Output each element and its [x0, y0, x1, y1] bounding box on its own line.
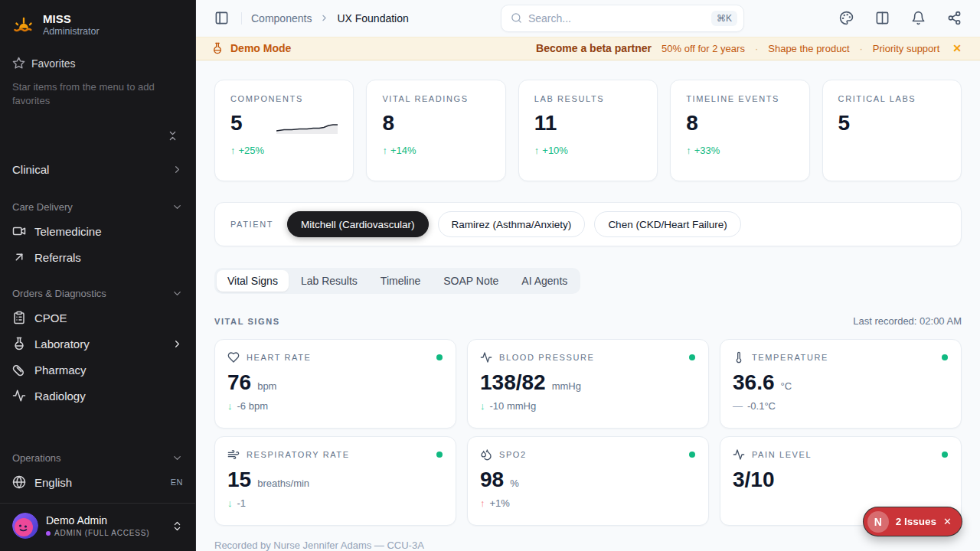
vital-unit: mmHg — [552, 380, 581, 392]
status-dot — [436, 452, 443, 458]
share-button[interactable] — [944, 8, 965, 28]
main-content: COMPONENTS 5 ↑ +25% VITAL READINGS — [196, 60, 980, 551]
status-dot — [436, 354, 443, 360]
sparkline-chart — [276, 120, 338, 134]
pill-icon — [12, 363, 26, 377]
issues-count: 2 Issues — [896, 516, 936, 527]
status-dot — [942, 354, 948, 360]
star-icon — [12, 57, 25, 70]
patient-pill-mitchell[interactable]: Mitchell (Cardiovascular) — [287, 211, 429, 237]
stat-card-lab-results: LAB RESULTS 11 ↑ +10% — [518, 80, 658, 181]
status-dot — [689, 354, 695, 360]
notifications-bell-button[interactable] — [908, 8, 929, 28]
sidebar-item-referrals[interactable]: Referrals — [0, 244, 195, 270]
chevron-down-icon — [172, 452, 183, 464]
tab-lab-results[interactable]: Lab Results — [290, 270, 368, 292]
vital-card-heart-rate: HEART RATE 76 bpm ↓ -6 bpm — [214, 339, 456, 429]
user-menu[interactable]: Demo Admin ADMIN (FULL ACCESS) — [0, 504, 195, 551]
trend-down-icon: ↓ — [227, 400, 233, 412]
arrow-up-right-icon — [12, 250, 26, 264]
sidebar-item-cpoe[interactable]: CPOE — [0, 305, 195, 331]
patient-label: PATIENT — [230, 220, 273, 229]
vital-unit: breaths/min — [257, 478, 309, 489]
stat-value: 11 — [534, 112, 557, 134]
sidebar-toggle-button[interactable] — [211, 8, 232, 28]
chevron-right-icon — [319, 13, 329, 23]
theme-palette-button[interactable] — [836, 8, 857, 28]
sidebar-item-pharmacy[interactable]: Pharmacy — [0, 357, 195, 383]
beta-partner-link[interactable]: Become a beta partner — [536, 42, 652, 54]
vital-value: 138/82 — [480, 370, 546, 395]
patient-pill-ramirez[interactable]: Ramirez (Asthma/Anxiety) — [438, 211, 586, 237]
stat-card-timeline-events: TIMELINE EVENTS 8 ↑ +33% — [670, 80, 809, 181]
global-search[interactable]: ⌘K — [501, 5, 744, 32]
vitals-grid: HEART RATE 76 bpm ↓ -6 bpm BLOOD PRES — [214, 339, 962, 526]
video-icon — [12, 224, 26, 238]
sidebar-item-language[interactable]: English EN — [0, 469, 195, 495]
vital-unit: °C — [781, 380, 792, 392]
banner-perk-2: Shape the product — [768, 43, 849, 54]
sidebar-item-laboratory[interactable]: Laboratory — [0, 331, 195, 357]
tab-vital-signs[interactable]: Vital Signs — [217, 270, 289, 292]
tab-timeline[interactable]: Timeline — [370, 270, 431, 292]
sidebar-group-care-delivery[interactable]: Care Delivery — [0, 196, 195, 218]
tab-soap-note[interactable]: SOAP Note — [433, 270, 509, 292]
tab-ai-agents[interactable]: AI Agents — [511, 270, 578, 292]
language-code-badge: EN — [171, 478, 183, 487]
banner-label: Demo Mode — [230, 42, 291, 54]
stat-value: 5 — [230, 112, 243, 134]
stats-row: COMPONENTS 5 ↑ +25% VITAL READINGS — [214, 80, 962, 181]
favorites-empty-hint: Star items from the menu to add favorite… — [12, 80, 158, 107]
stat-value: 5 — [838, 112, 851, 134]
dot-separator: · — [860, 43, 863, 54]
trend-up-icon: ↑ — [534, 145, 540, 156]
vital-card-temperature: TEMPERATURE 36.6 °C — -0.1°C — [720, 339, 962, 429]
vital-card-spo2: SPO2 98 % ↑ +1% — [467, 436, 709, 526]
app-logo-block: MISS Administrator — [0, 0, 195, 46]
issues-close-icon[interactable]: ✕ — [943, 516, 952, 527]
nextjs-logo: N — [867, 511, 889, 533]
droplets-icon — [480, 448, 492, 461]
banner-perk-3: Priority support — [873, 43, 939, 54]
stat-value: 8 — [686, 112, 698, 134]
vital-unit: bpm — [257, 380, 276, 392]
demo-mode-banner: Demo Mode Become a beta partner 50% off … — [196, 37, 980, 60]
trend-down-icon: ↓ — [227, 497, 233, 509]
dot-separator: · — [755, 43, 758, 54]
sidebar-group-clinical[interactable]: Clinical — [0, 155, 195, 184]
dev-issues-badge[interactable]: N 2 Issues ✕ — [864, 507, 962, 536]
stat-value: 8 — [382, 112, 394, 134]
breadcrumb-parent[interactable]: Components — [251, 12, 312, 24]
favorites-title: Favorites — [31, 57, 76, 70]
sidebar-group-operations[interactable]: Operations — [0, 447, 195, 469]
search-input[interactable] — [528, 12, 705, 24]
chevrons-up-down-icon — [172, 520, 183, 532]
wind-icon — [227, 448, 240, 461]
sidebar-item-radiology[interactable]: Radiology — [0, 383, 195, 409]
app-name: MISS — [43, 12, 100, 26]
layout-columns-button[interactable] — [872, 8, 893, 28]
trend-flat-icon: — — [733, 400, 743, 412]
clipboard-icon — [12, 311, 26, 324]
heart-icon — [227, 351, 240, 364]
banner-close-icon[interactable]: ✕ — [949, 41, 965, 56]
role-status-dot — [46, 531, 51, 536]
vital-card-blood-pressure: BLOOD PRESSURE 138/82 mmHg ↓ -10 mmHg — [467, 339, 709, 429]
search-icon — [511, 12, 522, 24]
trend-up-icon: ↑ — [382, 145, 387, 156]
flask-icon — [211, 42, 224, 54]
patient-pill-chen[interactable]: Chen (CKD/Heart Failure) — [594, 211, 740, 237]
vitals-section-label: VITAL SIGNS — [214, 317, 280, 326]
stat-card-critical-labs: CRITICAL LABS 5 — [822, 80, 962, 181]
sidebar-group-orders-diagnostics[interactable]: Orders & Diagnostics — [0, 282, 195, 305]
sidebar-item-telemedicine[interactable]: Telemedicine — [0, 218, 195, 244]
vital-card-respiratory-rate: RESPIRATORY RATE 15 breaths/min ↓ -1 — [214, 436, 456, 526]
chevron-right-icon — [172, 338, 183, 350]
trend-up-icon: ↑ — [686, 145, 691, 156]
collapse-sidebar-icon[interactable] — [167, 130, 178, 142]
chevron-down-icon — [172, 288, 183, 299]
vital-value: 76 — [227, 370, 251, 395]
flask-icon — [12, 337, 26, 350]
breadcrumb: Components UX Foundation — [251, 12, 409, 24]
chevron-right-icon — [172, 164, 183, 175]
